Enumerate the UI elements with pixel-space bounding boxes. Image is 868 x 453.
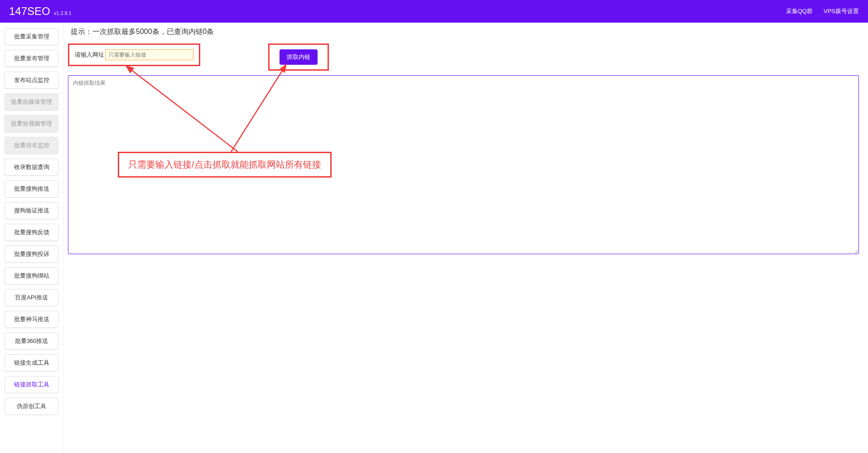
sidebar-item-collect-manage[interactable]: 批量采集管理	[5, 28, 58, 45]
header-brand: 147SEO v1.2.9.1	[9, 5, 72, 18]
sidebar: 批量采集管理 批量发布管理 发布站点监控 批量自媒体管理 批量短视频管理 批量排…	[0, 23, 63, 453]
app-header: 147SEO v1.2.9.1 采集QQ群 VPS拨号设置	[0, 0, 868, 23]
main-layout: 批量采集管理 批量发布管理 发布站点监控 批量自媒体管理 批量短视频管理 批量排…	[0, 23, 868, 453]
sidebar-item-sogou-verify[interactable]: 搜狗验证推送	[5, 202, 58, 219]
sidebar-item-pseudo-original[interactable]: 伪原创工具	[5, 398, 58, 415]
sidebar-item-rank-monitor: 批量排名监控	[5, 137, 58, 154]
sidebar-item-sogou-complaint[interactable]: 批量搜狗投诉	[5, 246, 58, 263]
main-content: 提示：一次抓取最多5000条，已查询内链0条 请输入网址 抓取内链 只需要输入链…	[63, 23, 868, 453]
sidebar-item-link-fetch[interactable]: 链接抓取工具	[5, 376, 58, 393]
app-version: v1.2.9.1	[54, 10, 72, 16]
sidebar-item-index-query[interactable]: 收录数据查询	[5, 159, 58, 176]
vps-settings-link[interactable]: VPS拨号设置	[824, 7, 859, 15]
sidebar-item-baidu-api[interactable]: 百度API推送	[5, 289, 58, 306]
sidebar-item-360-push[interactable]: 批量360推送	[5, 333, 58, 350]
sidebar-item-site-monitor[interactable]: 发布站点监控	[5, 72, 58, 89]
qq-group-link[interactable]: 采集QQ群	[786, 7, 813, 15]
sidebar-item-sogou-push[interactable]: 批量搜狗推送	[5, 180, 58, 198]
sidebar-item-video-manage: 批量短视频管理	[5, 115, 58, 132]
sidebar-item-sogou-bind[interactable]: 批量搜狗绑站	[5, 267, 58, 284]
input-annotation-box: 请输入网址	[68, 43, 200, 66]
annotation-text-box: 只需要输入链接/点击抓取就能抓取网站所有链接	[118, 152, 332, 178]
sidebar-item-link-gen[interactable]: 链接生成工具	[5, 354, 58, 371]
sidebar-item-shenma-push[interactable]: 批量神马推送	[5, 311, 58, 328]
sidebar-item-sogou-feedback[interactable]: 批量搜狗反馈	[5, 224, 58, 241]
annotation-text: 只需要输入链接/点击抓取就能抓取网站所有链接	[128, 159, 321, 169]
url-input-label: 请输入网址	[75, 51, 104, 59]
svg-line-1	[130, 69, 238, 152]
sidebar-item-media-manage: 批量自媒体管理	[5, 93, 58, 111]
annotation-arrow-right	[227, 66, 294, 156]
fetch-button[interactable]: 抓取内链	[280, 49, 318, 65]
url-input[interactable]	[105, 49, 193, 60]
app-title: 147SEO	[9, 5, 50, 18]
svg-line-3	[231, 69, 283, 152]
sidebar-item-publish-manage[interactable]: 批量发布管理	[5, 50, 58, 67]
tip-text: 提示：一次抓取最多5000条，已查询内链0条	[68, 27, 859, 37]
header-links: 采集QQ群 VPS拨号设置	[786, 7, 859, 15]
